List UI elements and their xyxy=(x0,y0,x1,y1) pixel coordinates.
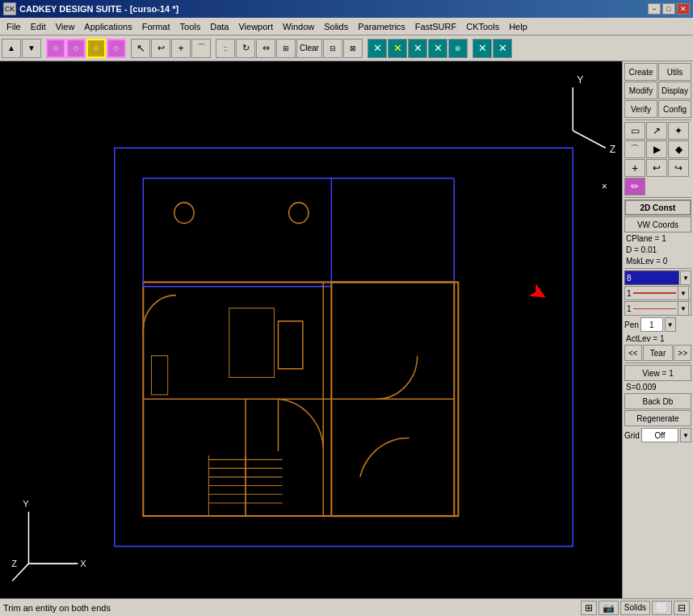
regenerate-button[interactable]: Regenerate xyxy=(624,410,691,426)
menu-solids[interactable]: Solids xyxy=(319,18,353,35)
menu-edit[interactable]: Edit xyxy=(26,18,51,35)
minimize-button[interactable]: − xyxy=(648,3,661,15)
pen-select[interactable]: 1 xyxy=(640,317,663,332)
line-style-row2[interactable]: 1 ▼ xyxy=(624,301,691,316)
tb-plus-btn[interactable]: + xyxy=(171,39,191,58)
rp-verify-row: Verify Config xyxy=(624,100,691,118)
line-style-arrow1[interactable]: ▼ xyxy=(678,286,689,300)
level-dropdown[interactable]: 8 xyxy=(624,270,679,285)
title-bar: CK CADKEY DESIGN SUITE - [curso-14 *] − … xyxy=(0,0,693,18)
menu-data[interactable]: Data xyxy=(205,18,233,35)
tb-rotate-btn[interactable]: ↻ xyxy=(236,39,255,58)
menu-applications[interactable]: Applications xyxy=(79,18,136,35)
rp-icon-undo[interactable]: ↩ xyxy=(646,159,667,177)
svg-text:Z: Z xyxy=(11,559,17,568)
verify-button[interactable]: Verify xyxy=(624,100,657,118)
rp-icon-plus[interactable]: + xyxy=(624,159,645,177)
tb-grid-btn[interactable]: :: xyxy=(216,39,235,58)
tb-mirror-btn[interactable]: ⇔ xyxy=(256,39,275,58)
tb-teal-btn7[interactable]: ✕ xyxy=(493,39,512,58)
svg-rect-0 xyxy=(0,61,622,598)
tear-button[interactable]: Tear xyxy=(643,345,674,361)
tb-teal-btn4[interactable]: ✕ xyxy=(428,39,447,58)
clear-button[interactable]: Clear xyxy=(296,39,322,58)
rp-icon-curve[interactable]: ⌒ xyxy=(624,140,645,158)
config-button[interactable]: Config xyxy=(658,100,691,118)
status-right-buttons: ⊞ 📷 Solids ⬜ ⊟ xyxy=(581,601,690,615)
back-db-button[interactable]: Back Db xyxy=(624,393,691,409)
display-button[interactable]: Display xyxy=(658,82,691,99)
status-view-btn[interactable]: ⊟ xyxy=(674,601,690,615)
vw-coords-button[interactable]: VW Coords xyxy=(624,216,691,233)
tb-snap-btn2[interactable]: ◇ xyxy=(66,39,86,58)
rp-sep3 xyxy=(624,268,691,269)
rp-icon-arrow[interactable]: ↗ xyxy=(646,122,667,140)
rp-icon-diamond[interactable]: ◆ xyxy=(668,140,689,158)
mode-2d-const-button[interactable]: 2D Const xyxy=(624,199,691,216)
nav-right-button[interactable]: >> xyxy=(674,345,691,361)
status-render-btn[interactable]: ⬜ xyxy=(652,601,672,615)
status-icon2[interactable]: 📷 xyxy=(598,601,619,615)
status-solids-btn[interactable]: Solids xyxy=(620,601,650,615)
rp-icon-row3: + ↩ ↪ xyxy=(624,159,691,177)
rp-icon-rect[interactable]: ▭ xyxy=(624,122,645,140)
canvas-area[interactable]: Y Z × xyxy=(0,61,622,598)
tb-teal-btn6[interactable]: ✕ xyxy=(472,39,492,58)
tb-teal-btn5[interactable]: ⊛ xyxy=(448,39,468,58)
menu-viewport[interactable]: Viewport xyxy=(233,18,278,35)
grid-select[interactable]: Off xyxy=(641,428,678,442)
rp-icon-star[interactable]: ✦ xyxy=(668,122,689,140)
right-panel: Create Utils Modify Display Verify Confi… xyxy=(622,61,693,598)
rp-icon-eraser[interactable]: ✏ xyxy=(624,178,645,195)
utils-button[interactable]: Utils xyxy=(658,63,691,81)
tb-paste-btn[interactable]: ⊠ xyxy=(343,39,363,58)
rp-icon-row2: ⌒ ▶ ◆ xyxy=(624,140,691,158)
tb-cursor-btn[interactable]: ↖ xyxy=(131,39,150,58)
tb-snap-btn1[interactable]: ◇ xyxy=(46,39,65,58)
tb-arc-btn[interactable]: ⌒ xyxy=(191,39,211,58)
line-style-preview2 xyxy=(633,308,676,309)
close-button[interactable]: ✕ xyxy=(677,3,690,15)
create-button[interactable]: Create xyxy=(624,63,657,81)
grid-arrow[interactable]: ▼ xyxy=(680,428,691,442)
tb-up-arrow[interactable]: ▲ xyxy=(2,39,21,58)
menu-view[interactable]: View xyxy=(51,18,80,35)
grid-label: Grid xyxy=(624,431,640,440)
restore-button[interactable]: □ xyxy=(662,3,675,15)
line-style-preview1 xyxy=(633,292,676,294)
tb-undo-btn[interactable]: ↩ xyxy=(151,39,170,58)
menu-cktools[interactable]: CKTools xyxy=(461,18,504,35)
modify-button[interactable]: Modify xyxy=(624,82,657,99)
menu-help[interactable]: Help xyxy=(504,18,532,35)
tb-teal-btn3[interactable]: ✕ xyxy=(408,39,427,58)
level-dropdown-row: 8 ▼ xyxy=(624,270,691,285)
rp-modify-row: Modify Display xyxy=(624,82,691,99)
menu-file[interactable]: File xyxy=(2,18,26,35)
tb-down-arrow[interactable]: ▼ xyxy=(22,39,41,58)
pen-arrow[interactable]: ▼ xyxy=(665,317,676,332)
line-style-arrow2[interactable]: ▼ xyxy=(678,301,689,316)
tb-scale-btn[interactable]: ⊞ xyxy=(276,39,296,58)
tb-snap-btn4[interactable]: ◇ xyxy=(107,39,126,58)
rp-icon-redo[interactable]: ↪ xyxy=(668,159,689,177)
menu-tools[interactable]: Tools xyxy=(175,18,206,35)
rp-icon-play[interactable]: ▶ xyxy=(646,140,667,158)
tb-teal-btn2[interactable]: ✕ xyxy=(388,39,407,58)
menu-bar: File Edit View Applications Format Tools… xyxy=(0,18,693,36)
pen-row: Pen 1 ▼ xyxy=(624,316,691,333)
line-style-row1[interactable]: 1 ▼ xyxy=(624,286,691,300)
level-dropdown-arrow[interactable]: ▼ xyxy=(680,270,691,285)
menu-format[interactable]: Format xyxy=(137,18,175,35)
tb-copy-btn[interactable]: ⊟ xyxy=(323,39,342,58)
menu-fastsurf[interactable]: FastSURF xyxy=(410,18,461,35)
tb-teal-btn1[interactable]: ✕ xyxy=(368,39,387,58)
menu-parametrics[interactable]: Parametrics xyxy=(353,18,410,35)
status-icon1[interactable]: ⊞ xyxy=(581,601,597,615)
view-button[interactable]: View = 1 xyxy=(624,365,691,381)
status-bar: Trim an entity on both ends ⊞ 📷 Solids ⬜… xyxy=(0,598,693,616)
status-message: Trim an entity on both ends xyxy=(3,603,578,613)
menu-window[interactable]: Window xyxy=(278,18,319,35)
nav-left-button[interactable]: << xyxy=(624,345,642,361)
window-controls: − □ ✕ xyxy=(648,3,690,15)
tb-snap-btn3[interactable]: ◇ xyxy=(86,39,106,58)
